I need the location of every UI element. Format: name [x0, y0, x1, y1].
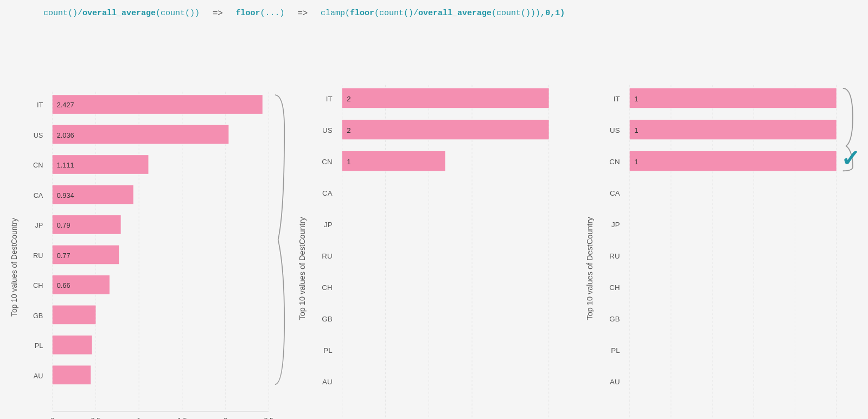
svg-text:IT: IT	[326, 95, 333, 103]
svg-text:CN: CN	[33, 161, 43, 169]
svg-text:CA: CA	[322, 189, 333, 197]
svg-text:Top 10 values of DestCountry: Top 10 values of DestCountry	[585, 217, 594, 320]
svg-text:0.79: 0.79	[57, 221, 71, 229]
svg-text:2.5: 2.5	[264, 416, 273, 419]
svg-text:CA: CA	[610, 189, 620, 197]
svg-text:2.427: 2.427	[57, 101, 74, 109]
checkmark-icon: ✓	[841, 145, 860, 172]
formula3-nums: 0,1)	[545, 9, 565, 18]
svg-text:1.111: 1.111	[57, 161, 74, 169]
bar-chart2-IT	[342, 88, 549, 108]
chart1-brace	[275, 95, 284, 384]
svg-text:US: US	[610, 126, 620, 134]
svg-text:1: 1	[634, 95, 638, 103]
bar-chart3-US	[630, 120, 837, 139]
svg-text:CN: CN	[609, 158, 620, 166]
formula1-part1: count()/	[43, 9, 82, 18]
svg-text:US: US	[322, 126, 333, 134]
svg-text:IT: IT	[37, 101, 43, 109]
svg-text:RU: RU	[322, 252, 332, 260]
svg-text:2: 2	[347, 126, 350, 134]
formula3-bold2: overall_average	[418, 9, 492, 18]
bar-chart2-US	[342, 120, 549, 139]
formula2-bold: floor	[236, 9, 260, 18]
formula-header: count()/overall_average(count()) => floo…	[5, 8, 863, 26]
svg-text:CN: CN	[322, 158, 332, 166]
arrow1: =>	[208, 8, 227, 18]
svg-text:RU: RU	[609, 252, 620, 260]
svg-text:CA: CA	[34, 191, 43, 199]
bar-chart1-US	[53, 125, 229, 144]
svg-text:PL: PL	[35, 341, 43, 350]
svg-text:0.5: 0.5	[91, 416, 101, 419]
formula3-bold1: floor	[350, 9, 374, 18]
formula2-rest: (...)	[260, 9, 285, 18]
chart2: Top 10 values of DestCountry 0 0.5 1 1.5…	[293, 26, 575, 419]
svg-text:US: US	[34, 131, 43, 139]
bar-chart3-IT	[630, 88, 837, 108]
svg-text:CH: CH	[322, 283, 332, 292]
svg-text:2.036: 2.036	[57, 131, 74, 139]
svg-text:0.934: 0.934	[57, 191, 74, 199]
chart1-ylabel: Top 10 values of DestCountry	[10, 218, 18, 317]
svg-text:GB: GB	[609, 315, 620, 323]
formula3-part3: (count())),	[492, 9, 545, 18]
svg-text:RU: RU	[33, 252, 43, 260]
svg-text:2: 2	[347, 95, 350, 103]
arrow2: =>	[293, 8, 312, 18]
svg-text:0: 0	[50, 416, 54, 419]
chart2-svg: Top 10 values of DestCountry 0 0.5 1 1.5…	[293, 26, 575, 419]
bar-chart2-CN	[342, 151, 445, 171]
svg-text:JP: JP	[35, 221, 43, 229]
bar-chart1-PL	[53, 336, 92, 354]
svg-text:AU: AU	[610, 378, 620, 386]
chart3: Top 10 values of DestCountry 0 0.2 0.4 0…	[580, 26, 863, 419]
formula1-bold: overall_average	[82, 9, 156, 18]
formula3-part2: (count()/	[374, 9, 418, 18]
formula3-part1: clamp(	[321, 9, 350, 18]
bar-chart1-IT	[53, 95, 263, 114]
svg-text:1: 1	[634, 126, 638, 134]
svg-text:1: 1	[347, 158, 350, 166]
svg-text:AU: AU	[322, 378, 332, 386]
chart3-svg: Top 10 values of DestCountry 0 0.2 0.4 0…	[580, 26, 863, 419]
svg-text:JP: JP	[324, 221, 333, 229]
svg-text:JP: JP	[611, 221, 620, 229]
svg-text:PL: PL	[323, 346, 332, 354]
svg-text:0.66: 0.66	[57, 281, 71, 289]
svg-text:1: 1	[137, 416, 141, 419]
svg-text:0.77: 0.77	[57, 252, 71, 260]
svg-text:CH: CH	[609, 283, 620, 292]
svg-text:CH: CH	[33, 281, 43, 289]
chart1-svg: Top 10 values of DestCountry 0 0.5 1 1.5…	[5, 26, 288, 419]
svg-text:1: 1	[634, 158, 638, 166]
formula1-part2: (count())	[156, 9, 200, 18]
bar-chart1-AU	[53, 365, 91, 384]
svg-text:AU: AU	[34, 372, 43, 380]
charts-container: Top 10 values of DestCountry 0 0.5 1 1.5…	[5, 26, 863, 419]
chart1: Top 10 values of DestCountry 0 0.5 1 1.5…	[5, 26, 288, 419]
svg-text:PL: PL	[611, 346, 620, 354]
bar-chart3-CN	[630, 151, 837, 171]
svg-text:1.5: 1.5	[177, 416, 187, 419]
bar-chart1-GB	[53, 306, 96, 325]
svg-text:IT: IT	[614, 95, 620, 103]
svg-text:Top 10 values of DestCountry: Top 10 values of DestCountry	[298, 217, 307, 320]
svg-text:GB: GB	[322, 315, 332, 323]
svg-text:2: 2	[224, 416, 227, 419]
page-container: count()/overall_average(count()) => floo…	[0, 0, 868, 419]
svg-text:GB: GB	[33, 312, 43, 320]
